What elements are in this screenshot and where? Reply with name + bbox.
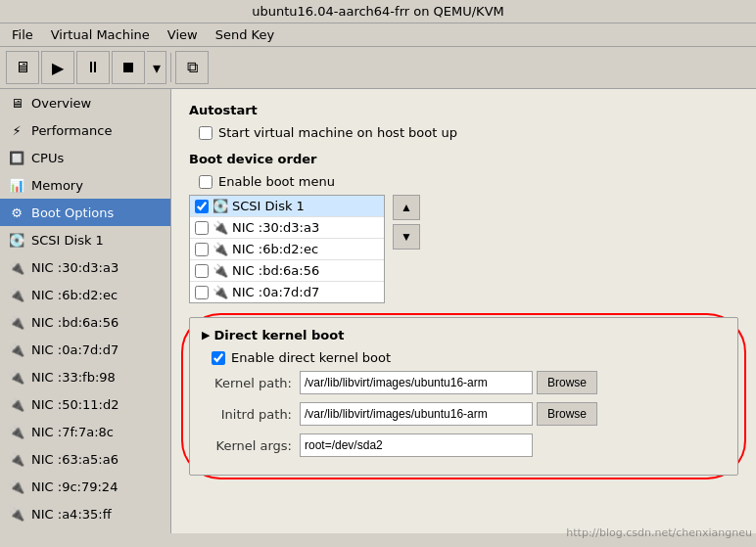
enable-boot-menu-row: Enable boot menu [199,174,738,189]
kernel-args-input[interactable] [300,433,533,457]
sidebar-item-boot-options[interactable]: ⚙ Boot Options [0,199,170,226]
device-checkbox-nic1[interactable] [195,221,209,235]
boot-icon: ⚙ [8,204,25,221]
move-down-button[interactable]: ▼ [393,224,420,250]
nic3-device-icon: 🔌 [213,263,228,278]
kernel-browse-button[interactable]: Browse [537,371,597,394]
device-label-nic2: NIC :6b:d2:ec [232,242,318,256]
watermark: http://blog.csdn.net/chenxiangneu [566,526,752,539]
title-bar: ubuntu16.04-aarch64-frr on QEMU/KVM [0,0,756,23]
device-checkbox-scsi[interactable] [195,200,209,213]
play-button[interactable]: ▶ [41,51,74,84]
device-list: 💽 SCSI Disk 1 🔌 NIC :30:d3:a3 🔌 NIC :6b:… [189,195,385,303]
sidebar-item-nic-5011d2[interactable]: 🔌 NIC :50:11:d2 [0,390,170,418]
device-item-nic3[interactable]: 🔌 NIC :bd:6a:56 [190,260,384,282]
nic-icon-5: 🔌 [8,368,25,386]
sidebar-item-nic-a435ff[interactable]: 🔌 NIC :a4:35:ff [0,500,170,527]
sidebar-item-nic-773db8[interactable]: 🔌 NIC :77:3d:b8 [0,527,170,533]
sidebar-item-nic-6bd2ec[interactable]: 🔌 NIC :6b:d2:ec [0,281,170,308]
nic4-device-icon: 🔌 [213,285,228,299]
cpu-icon: 🔲 [8,149,25,166]
sidebar-item-cpus[interactable]: 🔲 CPUs [0,144,170,171]
menu-file[interactable]: File [4,25,41,44]
enable-direct-kernel-checkbox[interactable] [212,351,225,365]
nic2-device-icon: 🔌 [213,242,228,256]
pause-button[interactable]: ⏸ [76,51,110,84]
sidebar-item-scsi-disk-1[interactable]: 💽 SCSI Disk 1 [0,226,170,253]
device-checkbox-nic3[interactable] [195,264,209,278]
sidebar-item-nic-9c7924[interactable]: 🔌 NIC :9c:79:24 [0,473,170,500]
sidebar-item-nic-0a7d7d[interactable]: 🔌 NIC :0a:7d:d7 [0,336,170,363]
memory-icon: 📊 [8,176,25,194]
device-label-nic4: NIC :0a:7d:d7 [232,285,319,299]
device-item-nic4[interactable]: 🔌 NIC :0a:7d:d7 [190,282,384,302]
direct-kernel-legend: ▶ Direct kernel boot [202,328,726,342]
stop-button[interactable]: ⏹ [112,51,145,84]
nic-icon-6: 🔌 [8,395,25,413]
menu-virtual-machine[interactable]: Virtual Machine [43,25,158,44]
scsi-disk-icon: 💽 [8,231,25,249]
device-checkbox-nic2[interactable] [195,243,209,256]
sidebar-item-nic-33fb98[interactable]: 🔌 NIC :33:fb:98 [0,363,170,390]
nic1-device-icon: 🔌 [213,220,228,235]
move-up-button[interactable]: ▲ [393,195,420,220]
main-area: 🖥 Overview ⚡ Performance 🔲 CPUs 📊 Memory… [0,89,756,533]
enable-direct-kernel-label: Enable direct kernel boot [231,350,391,365]
sidebar-item-memory[interactable]: 📊 Memory [0,171,170,199]
initrd-path-row: Initrd path: Browse [202,402,726,426]
autostart-row: Start virtual machine on host boot up [199,125,738,140]
enable-boot-menu-checkbox[interactable] [199,175,213,189]
menu-view[interactable]: View [160,25,206,44]
nic-icon-4: 🔌 [8,341,25,358]
section-toggle-icon[interactable]: ▶ [202,329,210,342]
device-order-box: 💽 SCSI Disk 1 🔌 NIC :30:d3:a3 🔌 NIC :6b:… [189,195,738,303]
sidebar: 🖥 Overview ⚡ Performance 🔲 CPUs 📊 Memory… [0,89,171,533]
autostart-label: Start virtual machine on host boot up [218,125,457,140]
direct-kernel-section: ▶ Direct kernel boot Enable direct kerne… [189,317,738,476]
gauge-icon: ⚡ [8,121,25,139]
initrd-path-input[interactable] [300,402,533,426]
sidebar-item-performance[interactable]: ⚡ Performance [0,116,170,144]
nic-icon-7: 🔌 [8,423,25,440]
scsi-device-icon: 💽 [213,199,228,213]
device-checkbox-nic4[interactable] [195,286,209,299]
direct-kernel-section-wrapper: ▶ Direct kernel boot Enable direct kerne… [189,317,738,476]
device-label-nic3: NIC :bd:6a:56 [232,263,319,278]
vm-icon-button[interactable]: 🖥 [6,51,39,84]
dropdown-button[interactable]: ▾ [147,51,166,84]
device-item-nic2[interactable]: 🔌 NIC :6b:d2:ec [190,239,384,260]
nic-icon-8: 🔌 [8,450,25,468]
device-order-arrows: ▲ ▼ [393,195,420,250]
sidebar-item-overview[interactable]: 🖥 Overview [0,89,170,116]
direct-kernel-title: Direct kernel boot [213,328,344,342]
autostart-checkbox[interactable] [199,126,213,140]
device-item-scsi[interactable]: 💽 SCSI Disk 1 [190,196,384,217]
clone-button[interactable]: ⧉ [175,51,209,84]
sidebar-item-nic-30d3a3[interactable]: 🔌 NIC :30:d3:a3 [0,253,170,281]
kernel-path-row: Kernel path: Browse [202,371,726,394]
nic-icon-10: 🔌 [8,505,25,523]
initrd-browse-button[interactable]: Browse [537,402,597,426]
device-item-nic1[interactable]: 🔌 NIC :30:d3:a3 [190,217,384,239]
kernel-args-label: Kernel args: [202,438,300,453]
autostart-title: Autostart [189,103,738,117]
window-title: ubuntu16.04-aarch64-frr on QEMU/KVM [252,4,504,19]
kernel-path-label: Kernel path: [202,376,300,390]
nic-icon-1: 🔌 [8,258,25,276]
sidebar-item-nic-63a5a6[interactable]: 🔌 NIC :63:a5:a6 [0,445,170,473]
kernel-args-row: Kernel args: [202,433,726,457]
device-label-nic1: NIC :30:d3:a3 [232,220,319,235]
enable-direct-kernel-row: Enable direct kernel boot [212,350,726,365]
nic-icon-9: 🔌 [8,478,25,495]
sidebar-item-nic-bd6a56[interactable]: 🔌 NIC :bd:6a:56 [0,308,170,336]
boot-device-order-title: Boot device order [189,152,738,166]
kernel-path-input[interactable] [300,371,533,394]
menu-send-key[interactable]: Send Key [208,25,282,44]
initrd-path-label: Initrd path: [202,407,300,422]
toolbar: 🖥 ▶ ⏸ ⏹ ▾ ⧉ [0,47,756,89]
content-area: Autostart Start virtual machine on host … [171,89,756,533]
toolbar-separator [170,53,171,82]
nic-icon-3: 🔌 [8,313,25,331]
enable-boot-menu-label: Enable boot menu [218,174,335,189]
sidebar-item-nic-7f7a8c[interactable]: 🔌 NIC :7f:7a:8c [0,418,170,445]
